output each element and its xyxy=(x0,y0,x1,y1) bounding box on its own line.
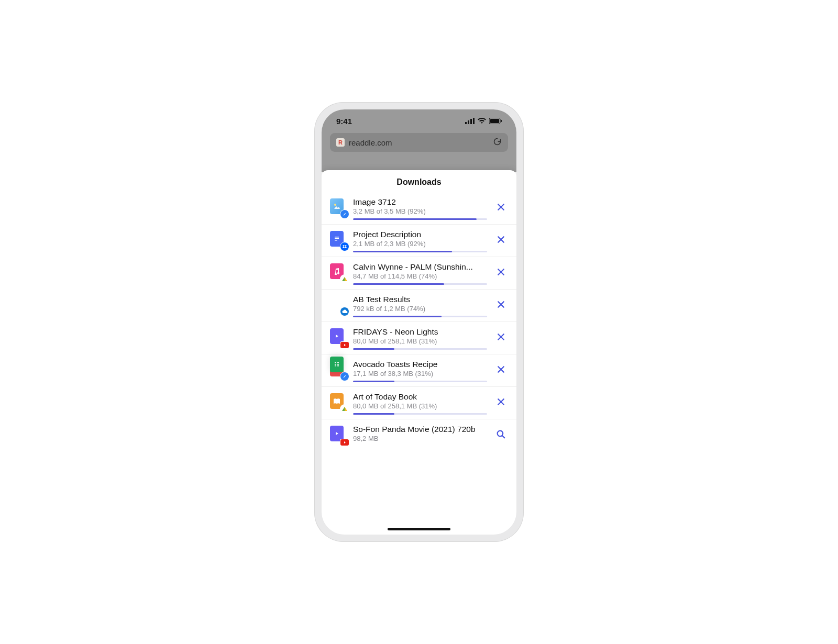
wifi-icon xyxy=(478,117,486,126)
status-indicators xyxy=(465,117,502,126)
svg-rect-6 xyxy=(501,120,502,122)
svg-rect-10 xyxy=(335,240,337,241)
url-text: readdle.com xyxy=(349,138,392,147)
svg-rect-12 xyxy=(337,362,339,363)
download-body: Image 3712 3,2 MB of 3,5 MB (92%) xyxy=(353,197,487,220)
onedrive-badge-icon xyxy=(340,307,349,316)
downloads-sheet: Downloads Image 3712 3,2 MB of 3,5 MB (9… xyxy=(322,170,516,535)
progress-bar xyxy=(353,413,487,415)
dim-header: 9:41 R readdle.com xyxy=(322,109,516,172)
svg-rect-5 xyxy=(490,119,499,123)
youtube-badge-icon xyxy=(340,342,349,348)
svg-rect-9 xyxy=(335,238,339,239)
svg-rect-11 xyxy=(335,362,336,363)
progress-bar xyxy=(353,348,487,350)
safari-badge-icon xyxy=(340,372,349,381)
download-body: AB Test Results 792 kB of 1,2 MB (74%) xyxy=(353,295,487,317)
status-time: 9:41 xyxy=(336,117,352,126)
download-subtitle: 80,0 MB of 258,1 MB (31%) xyxy=(353,337,487,345)
download-title: FRIDAYS - Neon Lights xyxy=(353,327,487,337)
svg-rect-16 xyxy=(337,365,339,367)
file-icon-wrap xyxy=(330,198,347,216)
svg-rect-14 xyxy=(337,364,339,365)
file-icon-wrap xyxy=(330,393,347,411)
svg-rect-0 xyxy=(465,122,467,124)
file-icon-wrap xyxy=(330,328,347,346)
download-subtitle: 3,2 MB of 3,5 MB (92%) xyxy=(353,207,487,215)
svg-rect-8 xyxy=(335,237,339,238)
cellular-icon xyxy=(465,117,475,126)
progress-bar xyxy=(353,251,487,252)
download-item[interactable]: So-Fon Panda Movie (2021) 720b 98,2 MB xyxy=(322,419,516,448)
file-icon-wrap xyxy=(330,231,347,249)
dropbox-badge-icon xyxy=(340,242,349,251)
download-item[interactable]: Art of Today Book 80,0 MB of 258,1 MB (3… xyxy=(322,387,516,419)
sheet-file-icon xyxy=(330,357,344,372)
gdrive-badge-icon xyxy=(340,275,349,283)
cancel-button[interactable] xyxy=(493,329,508,344)
svg-rect-3 xyxy=(473,118,475,124)
download-body: Calvin Wynne - PALM (Sunshin... 84,7 MB … xyxy=(353,262,487,285)
file-icon-wrap xyxy=(330,426,347,443)
download-item[interactable]: Avocado Toasts Recipe 17,1 MB of 38,3 MB… xyxy=(322,354,516,387)
download-item[interactable]: Image 3712 3,2 MB of 3,5 MB (92%) xyxy=(322,192,516,225)
phone-frame: 9:41 R readdle.com xyxy=(314,102,524,542)
download-body: FRIDAYS - Neon Lights 80,0 MB of 258,1 M… xyxy=(353,327,487,350)
download-item[interactable]: Calvin Wynne - PALM (Sunshin... 84,7 MB … xyxy=(322,257,516,290)
download-title: Image 3712 xyxy=(353,197,487,207)
cancel-button[interactable] xyxy=(493,232,508,247)
status-bar: 9:41 xyxy=(322,109,516,128)
download-subtitle: 98,2 MB xyxy=(353,435,487,442)
progress-bar xyxy=(353,218,487,220)
site-favicon: R xyxy=(336,138,345,147)
download-subtitle: 792 kB of 1,2 MB (74%) xyxy=(353,305,487,313)
download-body: Art of Today Book 80,0 MB of 258,1 MB (3… xyxy=(353,392,487,415)
reload-icon[interactable] xyxy=(493,137,502,148)
url-bar[interactable]: R readdle.com xyxy=(330,133,508,152)
svg-rect-13 xyxy=(335,364,336,365)
download-item[interactable]: Project Description 2,1 MB of 2,3 MB (92… xyxy=(322,225,516,257)
download-item[interactable]: FRIDAYS - Neon Lights 80,0 MB of 258,1 M… xyxy=(322,322,516,354)
cancel-button[interactable] xyxy=(493,297,508,312)
download-subtitle: 84,7 MB of 114,5 MB (74%) xyxy=(353,272,487,280)
svg-rect-15 xyxy=(335,365,336,367)
download-subtitle: 2,1 MB of 2,3 MB (92%) xyxy=(353,240,487,248)
download-item[interactable]: AB Test Results 792 kB of 1,2 MB (74%) xyxy=(322,290,516,322)
safari-badge-icon xyxy=(340,210,349,218)
battery-icon xyxy=(489,117,502,126)
download-subtitle: 80,0 MB of 258,1 MB (31%) xyxy=(353,402,487,410)
cancel-button[interactable] xyxy=(493,264,508,279)
download-title: Art of Today Book xyxy=(353,392,487,402)
download-title: Project Description xyxy=(353,230,487,239)
download-list[interactable]: Image 3712 3,2 MB of 3,5 MB (92%) Projec… xyxy=(322,192,516,448)
cancel-button[interactable] xyxy=(493,199,508,214)
cancel-button[interactable] xyxy=(493,362,508,376)
download-body: So-Fon Panda Movie (2021) 720b 98,2 MB xyxy=(353,425,487,442)
download-title: So-Fon Panda Movie (2021) 720b xyxy=(353,425,487,434)
download-body: Avocado Toasts Recipe 17,1 MB of 38,3 MB… xyxy=(353,360,487,382)
file-icon-wrap xyxy=(330,263,347,281)
cancel-button[interactable] xyxy=(493,394,508,409)
download-title: Calvin Wynne - PALM (Sunshin... xyxy=(353,262,487,272)
progress-bar xyxy=(353,316,487,317)
file-icon-wrap xyxy=(330,296,347,314)
home-indicator[interactable] xyxy=(388,528,450,530)
svg-rect-1 xyxy=(468,120,469,124)
svg-rect-2 xyxy=(470,119,472,124)
download-title: AB Test Results xyxy=(353,295,487,304)
screen: 9:41 R readdle.com xyxy=(322,109,516,535)
youtube-badge-icon xyxy=(340,439,349,446)
svg-point-7 xyxy=(334,204,336,206)
search-button[interactable] xyxy=(493,427,508,441)
sheet-title: Downloads xyxy=(322,170,516,192)
progress-bar xyxy=(353,381,487,382)
download-body: Project Description 2,1 MB of 2,3 MB (92… xyxy=(353,230,487,252)
download-subtitle: 17,1 MB of 38,3 MB (31%) xyxy=(353,370,487,377)
progress-bar xyxy=(353,283,487,285)
gdrive-badge-icon xyxy=(340,405,349,413)
download-title: Avocado Toasts Recipe xyxy=(353,360,487,369)
